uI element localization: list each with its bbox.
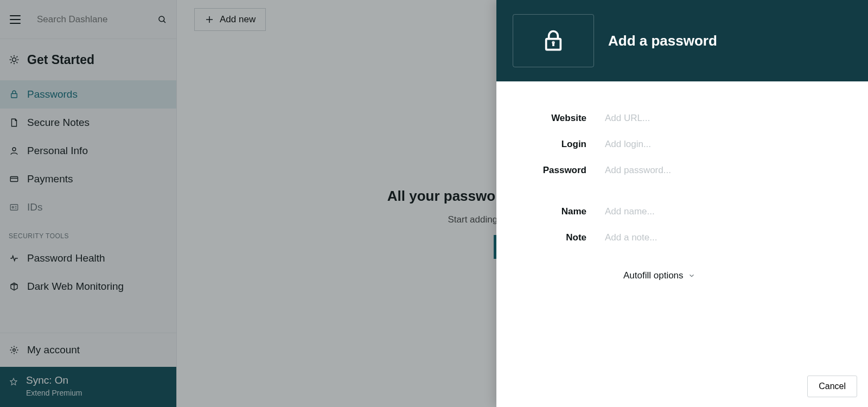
cancel-button[interactable]: Cancel	[807, 376, 857, 397]
add-password-panel: Add a password Website Login Password Na…	[496, 0, 868, 407]
panel-footer: Cancel	[496, 366, 868, 407]
name-input[interactable]	[605, 206, 846, 217]
panel-icon-box	[513, 14, 594, 67]
login-label: Login	[518, 139, 605, 150]
password-label: Password	[518, 165, 605, 176]
website-input[interactable]	[605, 113, 846, 124]
note-input[interactable]	[605, 232, 846, 243]
autofill-label: Autofill options	[623, 270, 684, 281]
password-input[interactable]	[605, 165, 846, 176]
panel-title: Add a password	[608, 33, 717, 49]
note-label: Note	[518, 232, 605, 243]
panel-body: Website Login Password Name Note Autofil…	[496, 81, 868, 366]
website-label: Website	[518, 113, 605, 124]
autofill-options-toggle[interactable]: Autofill options	[518, 270, 846, 281]
svg-point-24	[553, 42, 554, 43]
name-label: Name	[518, 206, 605, 217]
chevron-down-icon	[688, 272, 695, 279]
panel-header: Add a password	[496, 0, 868, 81]
lock-icon	[542, 29, 564, 53]
login-input[interactable]	[605, 139, 846, 150]
